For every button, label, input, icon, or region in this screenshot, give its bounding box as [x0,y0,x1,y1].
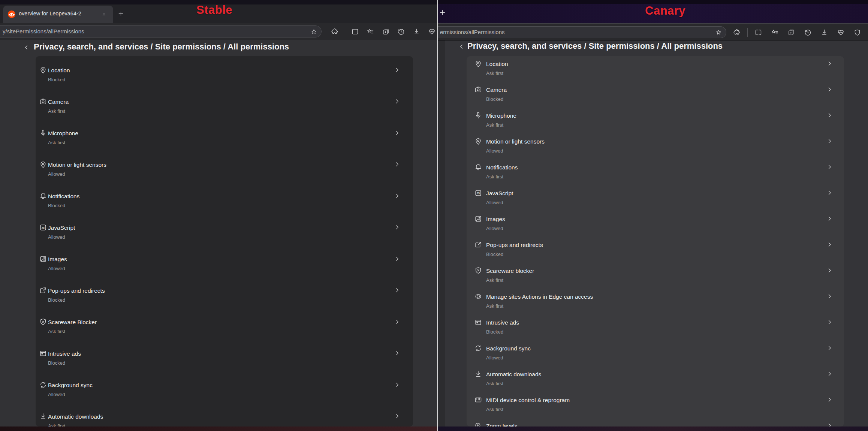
permission-row[interactable]: JSJavaScriptAllowed [36,214,413,245]
permission-row[interactable]: MicrophoneAsk first [36,119,413,151]
chevron-right-icon [826,190,833,196]
url-text[interactable]: ermissions/allPermissions [440,27,505,38]
settings-page: Privacy, search, and services / Site per… [438,40,868,427]
address-bar[interactable]: y/sitePermissions/allPermissions [0,25,322,37]
permission-row[interactable]: Scareware BlockerAsk first [36,308,413,340]
automatic-downloads-icon [474,370,482,378]
permission-row[interactable]: ImagesAllowed [36,245,413,277]
defender-shield-button[interactable] [849,25,865,39]
chevron-right-icon [826,319,833,325]
chevron-right-icon [394,161,400,168]
permission-row[interactable]: Scareware blockerAsk first [467,263,844,289]
toolbar-divider [345,27,345,36]
address-bar[interactable]: ermissions/allPermissions [438,26,726,38]
permission-row[interactable]: MicrophoneAsk first [467,108,844,134]
permission-row[interactable]: Intrusive adsBlocked [467,315,844,341]
permission-status: Ask first [486,277,503,283]
permission-name: Background sync [486,344,531,352]
collections-button[interactable] [783,25,799,39]
permission-row[interactable]: CameraBlocked [467,82,844,108]
permission-row[interactable]: Pop-ups and redirectsBlocked [36,277,413,308]
permission-name: Motion or light sensors [48,161,106,169]
reddit-favicon [7,10,16,18]
permission-name: Location [48,66,70,74]
collections-button[interactable] [378,25,394,38]
stable-browser-window: overview for Leopeva64-2 Stable y/sitePe… [0,0,437,431]
permission-name: MIDI device control & reprogram [486,396,570,404]
new-tab-button[interactable] [438,7,447,18]
permission-row[interactable]: JSJavaScriptAllowed [467,186,844,211]
permission-row[interactable]: MIDI device control & reprogramAsk first [467,392,844,418]
split-screen-button[interactable] [750,25,766,39]
popups-icon [39,286,47,295]
essentials-icon [837,28,845,36]
permission-row[interactable]: Intrusive adsBlocked [36,340,413,371]
collections-icon [787,28,795,36]
chevron-right-icon [394,350,400,356]
history-button[interactable] [394,25,409,38]
permission-row[interactable]: Manage sites Actions in Edge can accessA… [467,289,844,315]
favorites-icon [771,28,779,36]
favorites-button[interactable] [766,25,783,39]
permissions-card: LocationBlockedCameraAsk firstMicrophone… [36,56,413,427]
permission-status: Ask first [486,122,503,128]
permission-row[interactable]: Automatic downloadsAsk first [36,403,413,427]
permission-status: Allowed [48,171,65,177]
essentials-button[interactable] [832,25,849,39]
permission-status: Allowed [486,148,503,154]
permission-name: Automatic downloads [486,370,541,378]
permission-name: Zoom levels [486,422,518,427]
permission-name: Motion or light sensors [486,138,545,145]
favorite-star-icon[interactable] [309,27,319,36]
permission-row[interactable]: Pop-ups and redirectsBlocked [467,237,844,263]
permission-row[interactable]: NotificationsBlocked [36,182,413,214]
location-icon [474,60,482,68]
javascript-icon: JS [39,223,47,232]
permission-row[interactable]: Zoom levels [467,418,844,427]
permission-status: Allowed [486,355,503,361]
history-button[interactable] [799,25,816,39]
tab-title: overview for Leopeva64-2 [19,10,81,16]
breadcrumb: Privacy, search, and services / Site per… [34,41,289,52]
essentials-button[interactable] [424,25,437,38]
favorites-button[interactable] [363,25,378,38]
defender-shield-icon [853,28,861,36]
permission-row[interactable]: Motion or light sensorsAllowed [36,151,413,182]
downloads-button[interactable] [409,25,424,38]
permission-row[interactable]: LocationBlocked [36,56,413,88]
favorite-star-icon[interactable] [714,27,723,37]
permission-row[interactable]: CameraAsk first [36,88,413,119]
extensions-button[interactable] [729,25,745,39]
new-tab-button[interactable] [115,8,126,19]
permission-status: Allowed [486,225,503,232]
channel-label-canary: Canary [645,4,685,18]
window-edge-line [438,40,445,427]
permission-row[interactable]: Motion or light sensorsAllowed [467,134,844,160]
permission-row[interactable]: Background syncAllowed [467,341,844,367]
permission-row[interactable]: Background syncAllowed [36,371,413,403]
downloads-icon [413,28,421,36]
javascript-icon: JS [474,189,482,197]
back-icon[interactable] [21,42,31,52]
permission-status: Ask first [486,70,503,76]
scareware-icon [39,318,47,326]
extensions-button[interactable] [327,25,343,38]
downloads-button[interactable] [816,25,832,39]
permission-row[interactable]: Automatic downloadsAsk first [467,367,844,392]
browser-tab[interactable]: overview for Leopeva64-2 [3,6,113,23]
back-icon[interactable] [456,41,467,52]
permission-row[interactable]: ImagesAllowed [467,211,844,237]
permission-name: Automatic downloads [48,413,103,421]
permission-row[interactable]: NotificationsAsk first [467,160,844,186]
url-text[interactable]: y/sitePermissions/allPermissions [3,26,84,37]
close-tab-icon[interactable] [99,10,108,19]
permission-name: Pop-ups and redirects [48,287,105,295]
permission-status: Blocked [48,297,65,303]
split-screen-button[interactable] [347,25,363,38]
chevron-right-icon [826,345,833,351]
microphone-icon [39,129,47,137]
permission-row[interactable]: LocationAsk first [467,56,844,82]
microphone-icon [474,111,482,120]
permission-name: JavaScript [48,224,75,232]
taskbar-strip-right [438,427,868,431]
